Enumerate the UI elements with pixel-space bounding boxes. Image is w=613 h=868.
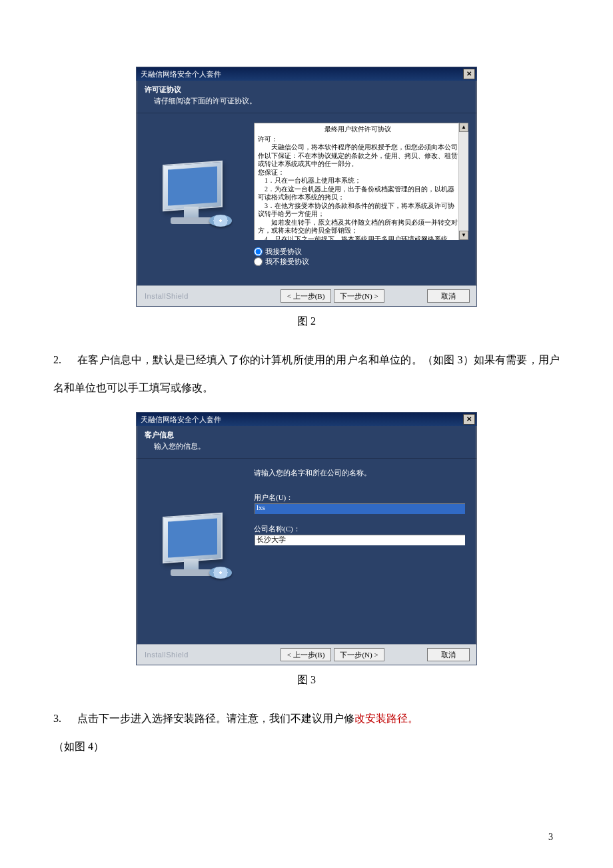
- wizard-illustration: [147, 123, 247, 276]
- radio-accept[interactable]: 我接受协议: [254, 247, 468, 257]
- paragraph-text: 点击下一步进入选择安装路径。请注意，我们不建议用户修: [77, 713, 354, 724]
- wizard-header: 许可证协议 请仔细阅读下面的许可证协议。: [137, 81, 476, 113]
- radio-accept-input[interactable]: [254, 247, 263, 256]
- radio-accept-label: 我接受协议: [265, 247, 302, 257]
- paragraph-step-2: 2.在客户信息中，默认是已经填入了你的计算机所使用的用户名和单位的。（如图 3）…: [53, 346, 560, 401]
- header-subtitle: 输入您的信息。: [154, 441, 468, 451]
- scroll-down-icon[interactable]: ▼: [459, 231, 468, 240]
- title-bar: 天融信网络安全个人套件 ✕: [137, 67, 476, 81]
- installshield-brand: InstallShield: [145, 292, 189, 300]
- header-title: 客户信息: [145, 430, 468, 440]
- wizard-header: 客户信息 输入您的信息。: [137, 426, 476, 459]
- scrollbar[interactable]: ▲ ▼: [458, 123, 468, 240]
- company-field[interactable]: 长沙大学: [254, 534, 466, 546]
- next-button[interactable]: 下一步(N) >: [334, 648, 384, 661]
- header-title: 许可证协议: [145, 85, 468, 95]
- installer-dialog-license: 天融信网络安全个人套件 ✕ 许可证协议 请仔细阅读下面的许可证协议。 最终用户软…: [136, 67, 477, 307]
- back-button[interactable]: < 上一步(B): [281, 289, 331, 303]
- page-number: 3: [548, 832, 553, 843]
- paragraph-text: 在客户信息中，默认是已经填入了你的计算机所使用的用户名和单位的。（如图 3）如果…: [53, 354, 560, 393]
- paragraph-step-3: 3.点击下一步进入选择安装路径。请注意，我们不建议用户修改安装路径。（如图 4）: [53, 705, 560, 760]
- license-agreement-text[interactable]: 最终用户软件许可协议 许可： 天融信公司，将本软件程序的使用权授予您，但您必须向…: [254, 123, 468, 240]
- radio-decline-input[interactable]: [254, 257, 263, 266]
- cancel-button[interactable]: 取消: [427, 289, 470, 303]
- header-subtitle: 请仔细阅读下面的许可证协议。: [154, 96, 468, 106]
- figure-caption-2: 图 2: [53, 315, 560, 329]
- form-prompt: 请输入您的名字和所在公司的名称。: [254, 468, 468, 478]
- window-title: 天融信网络安全个人套件: [141, 69, 221, 79]
- username-field[interactable]: lxs: [254, 503, 466, 515]
- license-title: 最终用户软件许可协议: [258, 125, 458, 134]
- title-bar: 天融信网络安全个人套件 ✕: [137, 413, 476, 426]
- paragraph-text-emphasis: 改安装路径。: [354, 713, 418, 724]
- license-body: 许可： 天融信公司，将本软件程序的使用权授予您，但您必须向本公司作以下保证：不在…: [258, 135, 458, 241]
- close-icon[interactable]: ✕: [463, 69, 475, 79]
- back-button[interactable]: < 上一步(B): [281, 648, 331, 661]
- installshield-brand: InstallShield: [145, 651, 189, 659]
- list-number: 2.: [53, 346, 77, 374]
- wizard-illustration: [147, 468, 247, 635]
- cancel-button[interactable]: 取消: [427, 648, 470, 661]
- figure-caption-3: 图 3: [53, 673, 560, 687]
- username-label: 用户名(U)：: [254, 493, 468, 503]
- computer-icon: [157, 515, 237, 588]
- radio-decline[interactable]: 我不接受协议: [254, 257, 468, 267]
- next-button[interactable]: 下一步(N) >: [334, 289, 384, 303]
- window-title: 天融信网络安全个人套件: [141, 415, 221, 425]
- paragraph-text: （如图 4）: [53, 741, 104, 752]
- installer-dialog-customer-info: 天融信网络安全个人套件 ✕ 客户信息 输入您的信息。 请输入您的名字和所在公司的…: [136, 412, 477, 665]
- close-icon[interactable]: ✕: [463, 414, 475, 425]
- list-number: 3.: [53, 705, 77, 733]
- wizard-footer: InstallShield < 上一步(B) 下一步(N) > 取消: [137, 285, 476, 306]
- radio-decline-label: 我不接受协议: [265, 257, 309, 267]
- computer-icon: [157, 163, 237, 236]
- company-label: 公司名称(C)：: [254, 524, 468, 534]
- scroll-up-icon[interactable]: ▲: [459, 123, 468, 132]
- wizard-footer: InstallShield < 上一步(B) 下一步(N) > 取消: [137, 644, 476, 665]
